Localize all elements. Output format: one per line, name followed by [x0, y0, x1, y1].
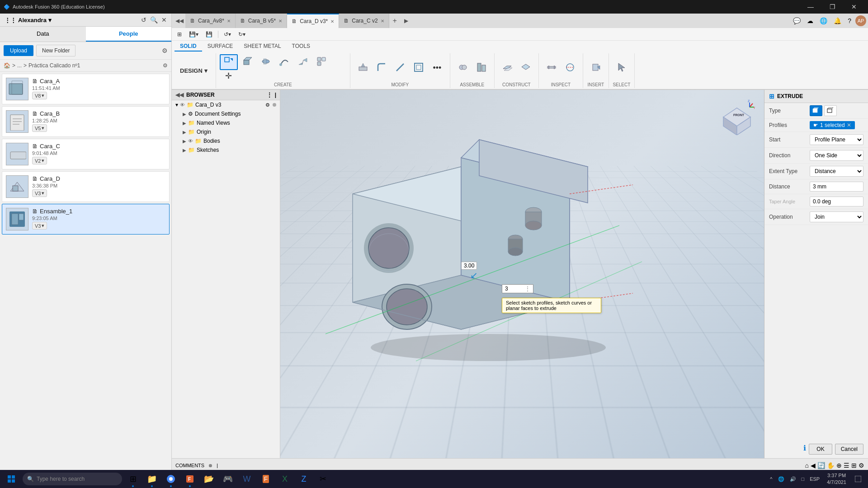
tray-expand[interactable]: ^ — [768, 475, 774, 483]
minimize-btn[interactable]: — — [800, 0, 821, 14]
start-select[interactable]: Profile Plane — [810, 134, 863, 145]
upload-button[interactable]: Upload — [4, 45, 33, 56]
tab-people[interactable]: People — [86, 27, 172, 42]
taper-input[interactable] — [810, 197, 863, 206]
offset-plane-btn[interactable] — [498, 61, 516, 75]
section-analysis-btn[interactable] — [561, 61, 579, 75]
tab-scroll-left[interactable]: ◀◀ — [174, 18, 185, 24]
fillet-btn[interactable] — [373, 61, 391, 75]
as-built-btn[interactable] — [472, 61, 491, 75]
create-more-btn[interactable] — [312, 55, 330, 69]
mode-surface[interactable]: SURFACE — [202, 42, 239, 52]
ok-button[interactable]: OK — [809, 444, 832, 455]
tab-data[interactable]: Data — [0, 27, 86, 42]
zoom-extent-icon[interactable]: ⊕ — [836, 462, 842, 469]
tab-cara-cv2[interactable]: 🗎 Cara_C v2 ✕ — [339, 14, 389, 28]
grid-view-btn[interactable]: ⊞ — [175, 30, 184, 38]
measure-btn[interactable] — [542, 61, 561, 75]
revolve-btn[interactable] — [257, 55, 275, 69]
taskbar-app-word[interactable]: W — [238, 470, 256, 488]
tray-battery[interactable]: □ — [800, 475, 807, 483]
dim-more-icon[interactable]: ⋮ — [525, 286, 530, 292]
close-panel-icon[interactable]: ✕ — [161, 16, 167, 23]
file-item-cara-c[interactable]: 🗎 Cara_C 9:01:48 AM V2 ▾ — [2, 139, 170, 169]
eye-icon[interactable]: 👁 — [188, 138, 193, 144]
taskbar-app-zoom[interactable]: Z — [295, 470, 313, 488]
extrude-btn[interactable] — [238, 55, 256, 69]
save-dropdown-btn[interactable]: 💾▾ — [186, 30, 201, 38]
taskbar-app-files[interactable]: 📂 — [200, 470, 218, 488]
create-sketch-btn[interactable] — [220, 54, 238, 70]
tab-close-icon[interactable]: ✕ — [381, 19, 384, 23]
solid-type-btn[interactable] — [810, 105, 822, 116]
file-item-ensamble[interactable]: 🗎 Ensamble_1 9:23:05 AM V3 ▾ — [2, 204, 170, 235]
close-btn[interactable]: ✕ — [844, 0, 864, 14]
help-icon[interactable]: ? — [845, 16, 854, 25]
comments-record-icon[interactable]: ⏺ — [208, 463, 213, 468]
taskbar-app-snip[interactable]: ✂ — [314, 470, 332, 488]
mode-solid[interactable]: SOLID — [175, 42, 202, 52]
file-item-cara-a[interactable]: 🗎 Cara_A 11:51:41 AM V8 ▾ — [2, 74, 170, 104]
press-pull-btn[interactable] — [354, 61, 372, 75]
browser-item-doc-settings[interactable]: ▶ ⚙ Document Settings — [172, 109, 280, 118]
collapse-browser-btn[interactable]: ◀◀ — [175, 92, 184, 98]
operation-select[interactable]: Join — [810, 211, 863, 222]
notification-panel-btn[interactable] — [852, 470, 864, 488]
prev-view-icon[interactable]: ◀ — [811, 462, 816, 469]
mode-sheet-metal[interactable]: SHEET METAL — [238, 42, 286, 52]
file-item-cara-d[interactable]: 🗎 Cara_D 3:36:38 PM V3 ▾ — [2, 171, 170, 202]
browser-item-origin[interactable]: ▶ 📁 Origin — [172, 127, 280, 136]
browser-item-named-views[interactable]: ▶ 📁 Named Views — [172, 118, 280, 127]
redo-btn[interactable]: ↻▾ — [236, 30, 248, 38]
profiles-clear-btn[interactable]: ✕ — [847, 122, 851, 128]
surface-type-btn[interactable] — [824, 105, 837, 116]
taskbar-app-explorer[interactable]: 📁 — [143, 470, 161, 488]
canvas-3d[interactable]: 3.00 ↙ 3 ⋮ — [280, 90, 764, 458]
taskbar-app-excel[interactable]: X — [276, 470, 294, 488]
settings-icon[interactable]: ⚙ — [265, 102, 270, 108]
user-name[interactable]: ⋮⋮ Alexandra ▾ — [5, 17, 52, 23]
cloud-icon[interactable]: ☁ — [805, 16, 816, 25]
modify-more-btn[interactable]: ••• — [428, 62, 446, 73]
info-btn[interactable]: ℹ — [803, 444, 806, 455]
tab-close-icon[interactable]: ✕ — [227, 19, 231, 23]
tray-lang[interactable]: ESP — [808, 475, 821, 483]
tab-scroll-right[interactable]: ▶ — [402, 18, 410, 24]
tray-volume[interactable]: 🔊 — [788, 475, 798, 483]
clock[interactable]: 3:37 PM 4/7/2021 — [823, 472, 850, 486]
design-dropdown[interactable]: DESIGN ▾ — [175, 66, 212, 76]
direction-select[interactable]: One Side — [810, 150, 863, 161]
tab-cara-av8[interactable]: 🗎 Cara_Av8* ✕ — [185, 14, 236, 28]
mode-tools[interactable]: TOOLS — [287, 42, 316, 52]
tab-cara-bv5[interactable]: 🗎 Cara_B v5* ✕ — [236, 14, 287, 28]
chamfer-btn[interactable] — [391, 61, 409, 75]
taskbar-app-store[interactable]: ⊞ — [124, 470, 142, 488]
refresh-icon[interactable]: ↺ — [141, 16, 146, 23]
maximize-btn[interactable]: ❐ — [822, 0, 843, 14]
search-icon[interactable]: 🔍 — [150, 16, 158, 23]
select-btn[interactable] — [613, 61, 631, 75]
taskbar-search[interactable]: 🔍 Type here to search — [23, 473, 122, 485]
midplane-btn[interactable] — [517, 61, 535, 75]
browser-item-sketches[interactable]: ▶ 📁 Sketches — [172, 145, 280, 155]
taskbar-app-chrome[interactable] — [162, 470, 180, 488]
cancel-button[interactable]: Cancel — [835, 444, 863, 455]
tab-close-icon[interactable]: ✕ — [330, 19, 334, 24]
tab-close-icon[interactable]: ✕ — [278, 19, 282, 23]
render-mode-icon[interactable]: ☰ — [844, 462, 849, 469]
breadcrumb-home[interactable]: 🏠 — [4, 62, 10, 69]
eye-icon[interactable]: 👁 — [180, 102, 185, 108]
undo-btn[interactable]: ↺▾ — [221, 30, 234, 38]
save-btn[interactable]: 💾 — [203, 30, 215, 38]
joint-btn[interactable] — [454, 61, 472, 75]
browser-pin-icon[interactable]: | — [275, 92, 276, 98]
notification-icon[interactable]: 💬 — [791, 16, 803, 25]
settings-icon[interactable]: 🌐 — [817, 16, 830, 25]
settings-icon[interactable]: ⚙ — [162, 47, 168, 54]
orbit-icon[interactable]: 🔄 — [817, 462, 825, 469]
home-view-icon[interactable]: ⌂ — [805, 462, 809, 469]
insert-derived-btn[interactable] — [587, 61, 605, 75]
extent-type-select[interactable]: Distance — [810, 166, 863, 177]
distance-input[interactable] — [810, 182, 863, 192]
file-item-cara-b[interactable]: 🗎 Cara_B 1:28:25 AM V5 ▾ — [2, 106, 170, 137]
